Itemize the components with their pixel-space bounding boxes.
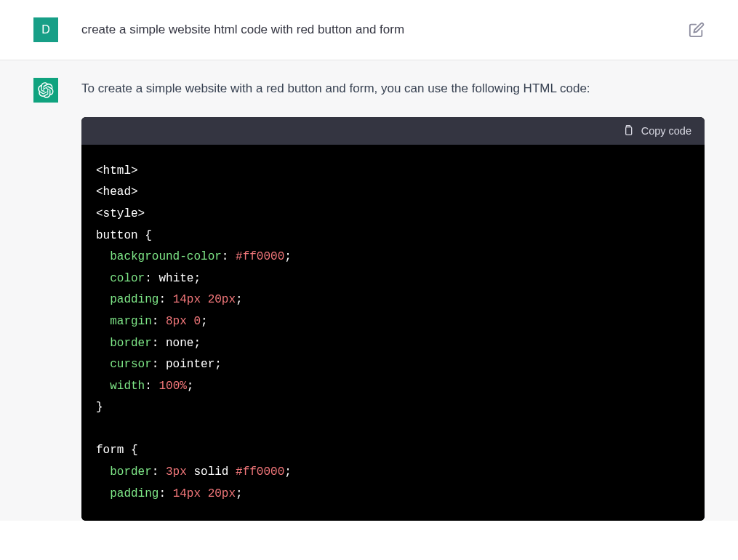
code-line: border: 3px solid #ff0000; [96,462,690,484]
code-body: <html> <head> <style> button { backgroun… [81,145,705,521]
assistant-content: To create a simple website with a red bu… [81,78,705,521]
edit-icon[interactable] [689,22,705,38]
openai-logo-icon [38,82,54,98]
code-line: margin: 8px 0; [96,311,690,333]
user-message-text: create a simple website html code with r… [81,17,404,39]
copy-code-button[interactable]: Copy code [622,124,691,137]
assistant-avatar [33,78,58,103]
svg-rect-0 [625,127,631,135]
assistant-message-row: To create a simple website with a red bu… [0,60,738,521]
code-line: width: 100%; [96,376,690,398]
user-message-row: D create a simple website html code with… [0,0,738,60]
code-line: padding: 14px 20px; [96,289,690,311]
code-line: <style> [96,204,690,225]
code-line: form { [96,440,690,462]
code-line [96,419,690,441]
clipboard-icon [622,124,634,137]
code-line: padding: 14px 20px; [96,484,690,505]
user-avatar: D [33,17,58,42]
code-header: Copy code [81,117,705,145]
code-line: } [96,397,690,419]
code-line: background-color: #ff0000; [96,247,690,268]
user-avatar-letter: D [41,23,50,36]
code-line: <head> [96,182,690,204]
code-line: cursor: pointer; [96,354,690,376]
assistant-intro-text: To create a simple website with a red bu… [81,78,705,100]
copy-code-label: Copy code [641,125,691,137]
code-line: color: white; [96,268,690,290]
code-line: <html> [96,161,690,183]
code-line: border: none; [96,333,690,355]
code-block: Copy code <html> <head> <style> button {… [81,117,705,521]
code-line: button { [96,225,690,247]
